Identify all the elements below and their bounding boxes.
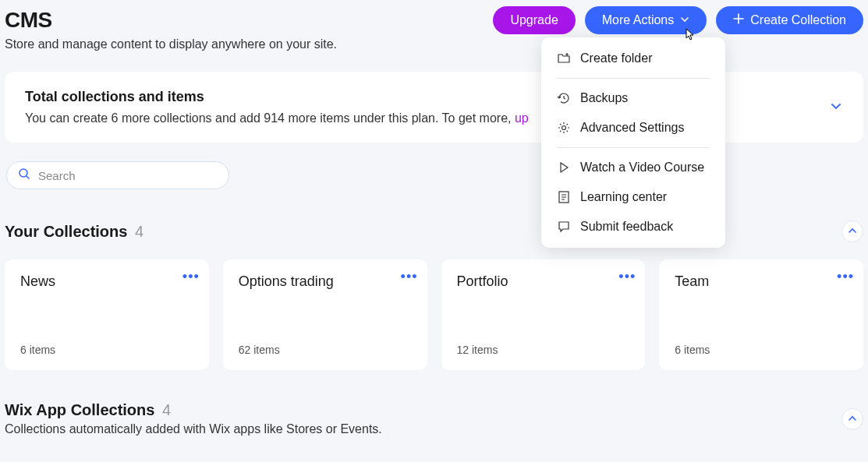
section-heading-block: Wix App Collections 4 Collections automa… [5,401,382,436]
section-title: Wix App Collections 4 [5,401,382,419]
wix-collections-title: Wix App Collections [5,401,154,418]
section-header: Your Collections 4 [5,220,863,242]
chevron-down-icon [680,13,689,27]
search-input[interactable] [38,169,218,182]
collection-card[interactable]: ••• Portfolio 12 items [441,259,646,370]
info-text-prefix: You can create 6 more collections and ad… [25,111,515,125]
chat-icon [557,220,571,234]
dropdown-item-label: Watch a Video Course [580,160,704,175]
dropdown-item-label: Submit feedback [580,220,673,234]
page-header: CMS Store and manage content to display … [0,0,868,51]
play-icon [557,160,571,175]
card-more-icon[interactable]: ••• [837,269,854,285]
more-actions-label: More Actions [602,13,674,27]
dropdown-item-video-course[interactable]: Watch a Video Course [541,153,725,182]
card-items-count: 12 items [457,344,630,356]
document-icon [557,190,571,204]
collection-card[interactable]: ••• News 6 items [5,259,209,370]
section-title: Your Collections 4 [5,223,143,241]
history-icon [557,91,571,105]
card-title: Options trading [239,273,412,290]
dropdown-item-create-folder[interactable]: Create folder [541,44,725,73]
your-collections-section: Your Collections 4 ••• News 6 items ••• … [0,220,868,370]
upgrade-link[interactable]: up [515,111,529,125]
dropdown-item-label: Backups [580,91,628,105]
create-collection-label: Create Collection [750,13,846,27]
card-more-icon[interactable]: ••• [182,269,200,285]
card-more-icon[interactable]: ••• [401,269,418,285]
create-collection-button[interactable]: Create Collection [716,6,863,34]
search-box[interactable] [6,161,229,189]
dropdown-item-advanced-settings[interactable]: Advanced Settings [541,113,725,143]
dropdown-divider [557,147,710,148]
dropdown-item-backups[interactable]: Backups [541,83,725,113]
collapse-button[interactable] [841,220,863,242]
dropdown-item-label: Create folder [580,51,653,65]
chevron-down-icon[interactable] [829,99,843,116]
dropdown-item-label: Advanced Settings [580,121,684,135]
card-title: Team [675,273,848,290]
card-title: Portfolio [457,273,630,290]
wix-collections-subtitle: Collections automatically added with Wix… [5,422,382,436]
card-items-count: 6 items [675,344,848,356]
folder-plus-icon [557,51,571,65]
section-header: Wix App Collections 4 Collections automa… [5,401,863,436]
wix-collections-count: 4 [162,401,171,418]
search-icon [18,168,30,183]
dropdown-item-label: Learning center [580,190,667,204]
your-collections-title: Your Collections [5,223,127,240]
cards-grid: ••• News 6 items ••• Options trading 62 … [5,259,863,370]
svg-point-1 [562,126,566,130]
wix-collections-section: Wix App Collections 4 Collections automa… [0,401,868,436]
card-items-count: 6 items [20,344,193,356]
header-actions: Upgrade More Actions Create Collection [493,6,863,34]
plus-icon [733,13,744,27]
page-subtitle: Store and manage content to display anyw… [5,37,337,51]
dropdown-item-submit-feedback[interactable]: Submit feedback [541,212,725,242]
card-more-icon[interactable]: ••• [618,269,636,285]
more-actions-dropdown: Create folder Backups Advanced Settings … [541,37,725,248]
info-title: Total collections and items [25,89,529,105]
collapse-button[interactable] [841,408,863,430]
card-items-count: 62 items [239,344,412,356]
chevron-up-icon [848,224,857,238]
page-title: CMS [5,8,337,33]
your-collections-count: 4 [135,223,143,240]
chevron-up-icon [848,412,857,426]
info-content: Total collections and items You can crea… [25,89,529,125]
dropdown-divider [557,78,710,79]
more-actions-button[interactable]: More Actions [585,6,707,34]
dropdown-item-learning-center[interactable]: Learning center [541,182,725,212]
card-title: News [20,273,193,290]
header-left: CMS Store and manage content to display … [5,6,337,51]
collection-card[interactable]: ••• Team 6 items [659,259,863,370]
upgrade-button[interactable]: Upgrade [493,6,575,34]
info-text: You can create 6 more collections and ad… [25,111,529,125]
upgrade-button-label: Upgrade [510,13,558,27]
collection-card[interactable]: ••• Options trading 62 items [223,259,427,370]
gear-icon [557,121,571,135]
info-box[interactable]: Total collections and items You can crea… [5,72,863,143]
